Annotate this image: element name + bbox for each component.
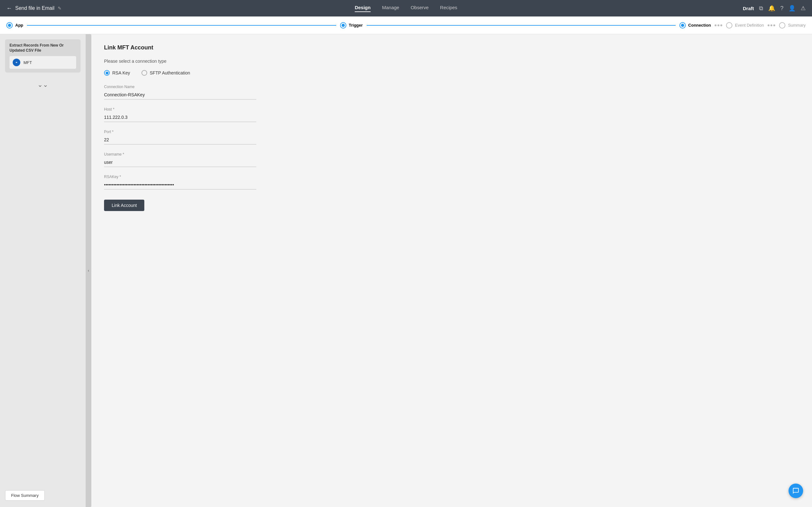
step-dot: [768, 24, 769, 26]
form-group-connection-name: Connection Name: [104, 84, 256, 100]
step-dot: [770, 24, 772, 26]
back-button[interactable]: ←: [6, 5, 12, 12]
radio-group: RSA Key SFTP Authentication: [104, 70, 799, 76]
step-circle-event: [726, 22, 732, 29]
step-dot: [717, 24, 719, 26]
step-circle-connection: [679, 22, 686, 29]
step-trigger[interactable]: Trigger: [340, 22, 363, 29]
nav-right: Draft ⧉ 🔔 ? 👤 ⚠: [743, 5, 806, 12]
main-nav: Design Manage Observe Recipes: [355, 5, 457, 12]
alert-icon[interactable]: ⚠: [801, 5, 806, 12]
main-layout: Extract Records From New Or Updated CSV …: [0, 34, 812, 507]
form-group-host: Host *: [104, 107, 256, 122]
help-icon[interactable]: ?: [780, 5, 783, 12]
radio-label-sftp: SFTP Authentication: [150, 70, 190, 75]
host-input[interactable]: [104, 113, 256, 122]
user-icon[interactable]: 👤: [789, 5, 796, 12]
radio-circle-sftp: [142, 70, 147, 76]
step-dot: [773, 24, 775, 26]
step-summary[interactable]: Summary: [779, 22, 806, 29]
sidebar: Extract Records From New Or Updated CSV …: [0, 34, 86, 507]
step-dot: [720, 24, 722, 26]
form-group-port: Port *: [104, 130, 256, 145]
label-username: Username *: [104, 152, 256, 157]
step-label-trigger: Trigger: [349, 23, 363, 27]
connection-name-input[interactable]: [104, 91, 256, 100]
radio-circle-rsa: [104, 70, 110, 76]
step-label-event: Event Definition: [735, 23, 764, 27]
nav-observe[interactable]: Observe: [411, 5, 429, 12]
chevron-down-icon[interactable]: ⌄⌄: [38, 81, 48, 89]
step-label-app: App: [15, 23, 23, 27]
username-input[interactable]: [104, 158, 256, 167]
form-title: Link MFT Account: [104, 44, 799, 51]
step-circle-app: [6, 22, 13, 29]
form-group-username: Username *: [104, 152, 256, 167]
nav-recipes[interactable]: Recipes: [440, 5, 457, 12]
radio-rsa-key[interactable]: RSA Key: [104, 70, 130, 76]
step-circle-summary: [779, 22, 785, 29]
content-area: Link MFT Account Please select a connect…: [91, 34, 812, 507]
sidebar-collapse-handle[interactable]: ‹: [86, 34, 91, 507]
rsakey-input[interactable]: [104, 181, 256, 189]
step-line-2: [367, 25, 676, 26]
label-host: Host *: [104, 107, 256, 112]
collapse-chevron-icon: ‹: [88, 268, 89, 273]
mft-icon: [13, 59, 20, 66]
step-event-def[interactable]: Event Definition: [726, 22, 764, 29]
nav-design[interactable]: Design: [355, 5, 370, 12]
progress-bar: App Trigger Connection Event Definition …: [0, 16, 812, 34]
external-link-icon[interactable]: ⧉: [759, 5, 763, 12]
sidebar-mft-item[interactable]: MFT: [9, 56, 76, 69]
chat-icon: [792, 487, 799, 494]
sidebar-card: Extract Records From New Or Updated CSV …: [5, 39, 81, 72]
page-title: Send file in Email: [15, 5, 55, 11]
edit-title-icon[interactable]: ✎: [58, 6, 61, 11]
step-dot: [715, 24, 716, 26]
port-input[interactable]: [104, 136, 256, 145]
step-label-summary: Summary: [788, 23, 806, 27]
step-line-1: [27, 25, 336, 26]
step-label-connection: Connection: [688, 23, 711, 27]
radio-sftp[interactable]: SFTP Authentication: [142, 70, 190, 76]
sidebar-item-label: MFT: [23, 60, 32, 65]
chat-fab-button[interactable]: [789, 484, 803, 498]
flow-summary-button[interactable]: Flow Summary: [5, 490, 45, 501]
step-dots-2: [768, 24, 775, 26]
label-rsakey: RSAKey *: [104, 175, 256, 179]
label-port: Port *: [104, 130, 256, 134]
top-nav: ← Send file in Email ✎ Design Manage Obs…: [0, 0, 812, 16]
step-dots-1: [715, 24, 722, 26]
nav-manage[interactable]: Manage: [382, 5, 399, 12]
bell-icon[interactable]: 🔔: [768, 5, 775, 12]
label-connection-name: Connection Name: [104, 84, 256, 89]
sidebar-card-title: Extract Records From New Or Updated CSV …: [9, 43, 76, 53]
connection-type-label: Please select a connection type: [104, 59, 799, 64]
step-app[interactable]: App: [6, 22, 23, 29]
step-connection[interactable]: Connection: [679, 22, 711, 29]
link-account-button[interactable]: Link Account: [104, 200, 144, 211]
radio-label-rsa: RSA Key: [112, 70, 130, 75]
step-circle-trigger: [340, 22, 346, 29]
draft-badge: Draft: [743, 6, 754, 11]
form-group-rsakey: RSAKey *: [104, 175, 256, 189]
